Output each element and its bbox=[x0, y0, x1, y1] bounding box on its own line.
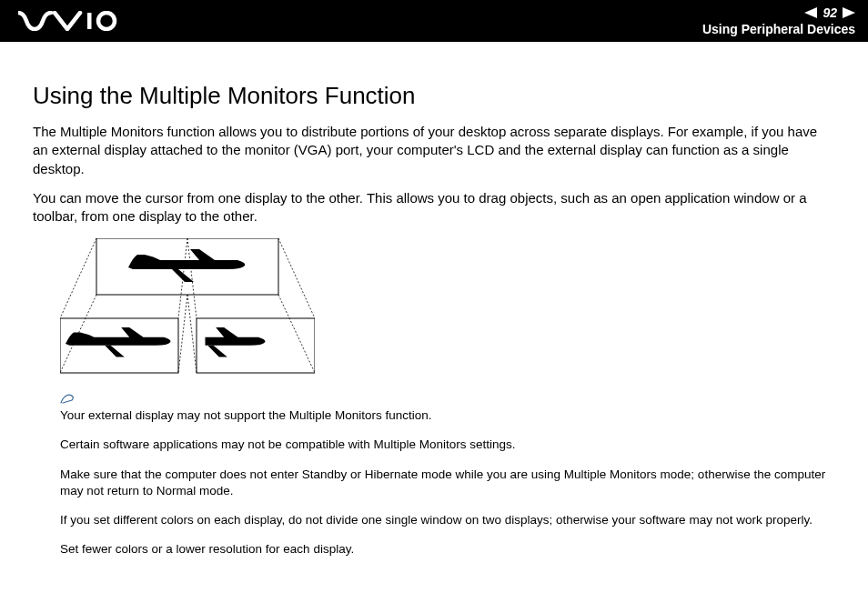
page-title: Using the Multiple Monitors Function bbox=[33, 82, 835, 110]
note: Set fewer colors or a lower resolution f… bbox=[60, 541, 835, 558]
paragraph: You can move the cursor from one display… bbox=[33, 189, 835, 226]
notes-section: Your external display may not support th… bbox=[60, 393, 835, 558]
page-number: 92 bbox=[823, 5, 837, 20]
next-page-arrow-icon[interactable] bbox=[843, 7, 855, 18]
svg-marker-3 bbox=[843, 7, 855, 18]
svg-rect-0 bbox=[87, 13, 92, 29]
svg-line-13 bbox=[278, 238, 315, 318]
prev-page-arrow-icon[interactable] bbox=[804, 7, 817, 18]
note: If you set different colors on each disp… bbox=[60, 512, 835, 528]
note: Make sure that the computer does not ent… bbox=[60, 467, 835, 499]
note-icon bbox=[60, 393, 835, 407]
svg-point-1 bbox=[98, 13, 115, 29]
note: Your external display may not support th… bbox=[60, 407, 835, 424]
svg-rect-6 bbox=[197, 318, 315, 373]
note: Certain software applications may not be… bbox=[60, 437, 835, 453]
page-content: Using the Multiple Monitors Function The… bbox=[0, 42, 868, 558]
page-header: 92 Using Peripheral Devices bbox=[0, 0, 868, 42]
svg-rect-5 bbox=[60, 318, 178, 373]
page-navigation: 92 bbox=[804, 5, 855, 20]
section-title: Using Peripheral Devices bbox=[702, 22, 855, 36]
svg-line-10 bbox=[178, 295, 187, 373]
svg-line-7 bbox=[60, 238, 96, 318]
multi-monitor-diagram bbox=[60, 238, 315, 378]
svg-line-12 bbox=[187, 295, 197, 373]
header-nav: 92 Using Peripheral Devices bbox=[702, 5, 855, 36]
vaio-logo bbox=[18, 11, 118, 31]
paragraph: The Multiple Monitors function allows yo… bbox=[33, 123, 835, 178]
svg-marker-2 bbox=[804, 7, 817, 18]
